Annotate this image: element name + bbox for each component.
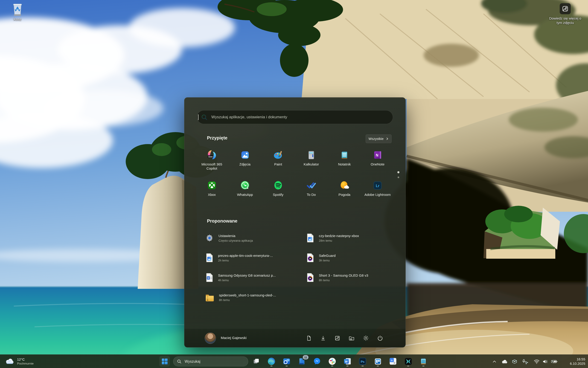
tray-mic-location-button[interactable] <box>521 357 530 366</box>
pinned-app-label: Xbox <box>208 193 216 197</box>
image-file-icon <box>306 233 315 243</box>
all-apps-label: Wszystkie <box>369 137 383 141</box>
recommended-title: Samsung Odyssey G8 scenariusz p... <box>218 273 276 277</box>
svg-text:W: W <box>345 360 348 363</box>
recycle-bin-shortcut[interactable]: Kosz <box>9 3 26 21</box>
pinned-app-weather[interactable]: Pogoda <box>328 179 361 209</box>
photos-icon <box>240 149 250 160</box>
all-apps-button[interactable]: Wszystkie <box>366 134 392 143</box>
pinned-app-onenote[interactable]: N OneNote <box>361 149 394 178</box>
documents-button[interactable] <box>304 333 314 343</box>
weather-sun-cloud-icon <box>339 179 350 191</box>
videos-folder-button[interactable] <box>346 333 357 343</box>
todo-icon <box>306 179 317 191</box>
recommended-item-file[interactable]: SafeGuard 3h temu <box>306 250 404 265</box>
taskbar-app-outlook[interactable] <box>281 356 292 367</box>
pinned-app-spotify[interactable]: Spotify <box>261 179 295 209</box>
svg-text:N: N <box>375 153 378 157</box>
power-button[interactable] <box>375 333 385 343</box>
recycle-bin-label: Kosz <box>9 17 26 21</box>
pinned-app-xbox[interactable]: Xbox <box>195 179 228 209</box>
onenote-icon: N <box>373 149 383 160</box>
tray-studio-effects-button[interactable] <box>510 357 519 366</box>
pinned-app-calculator[interactable]: Kalkulator <box>295 149 328 178</box>
pinned-app-label: Kalkulator <box>304 162 319 166</box>
recommended-subtitle: 3h temu <box>319 258 336 262</box>
pinned-app-copilot[interactable]: M365 Microsoft 365 Copilot <box>195 149 228 178</box>
user-name[interactable]: Maciej Gajewski <box>221 336 247 340</box>
recommended-item-file[interactable]: spidersweb_short-1-samsung-oled-... 8h t… <box>205 290 304 305</box>
pinned-app-label: Microsoft 365 Copilot <box>197 162 227 171</box>
chevron-up-icon <box>493 360 496 364</box>
taskbar-app-photoshop[interactable]: Ps <box>357 356 368 367</box>
taskbar-app-messenger[interactable] <box>312 356 322 367</box>
tray-time: 16:55 <box>570 357 585 361</box>
pinned-app-label: WhatsApp <box>237 193 253 197</box>
recommended-title: prezes-apple-tim-cook-emerytura-... <box>218 253 273 258</box>
settings-gear-icon <box>205 233 214 243</box>
downloads-button[interactable] <box>318 333 328 343</box>
pinned-page-dot[interactable] <box>398 176 399 178</box>
recommended-item-file[interactable]: czy-bedzie-nastepny-xbox 28m temu <box>306 230 404 245</box>
tray-battery-button[interactable] <box>550 357 559 366</box>
taskbar-app-phone-link[interactable]: 11 <box>297 356 307 367</box>
notification-badge: 11 <box>303 355 308 359</box>
pinned-app-todo[interactable]: To Do <box>295 179 328 209</box>
notepad-icon <box>339 149 349 160</box>
pinned-app-photos[interactable]: Zdjęcia <box>228 149 261 178</box>
user-avatar[interactable] <box>205 332 216 344</box>
taskbar-app-word[interactable]: W <box>342 356 353 367</box>
search-icon <box>177 359 181 364</box>
onedrive-cloud-icon <box>501 359 508 364</box>
recommended-item-file[interactable]: W Samsung Odyssey G8 scenariusz p... 4h … <box>205 270 304 285</box>
taskbar: 12°C Pochmurnie Wyszukaj <box>0 354 588 368</box>
svg-text:M365: M365 <box>208 156 212 158</box>
pinned-page-dot-active[interactable] <box>397 171 400 173</box>
spotlight-learn-more[interactable]: Dowiedz się więcej o tym zdjęciu <box>543 3 587 25</box>
pinned-app-lightroom[interactable]: Lr Adobe Lightroom <box>361 179 394 209</box>
recommended-subtitle: Często używana aplikacja <box>218 239 253 243</box>
taskbar-app-edge[interactable] <box>266 356 277 367</box>
running-indicator <box>331 366 333 366</box>
weather-widget[interactable]: 12°C Pochmurnie <box>5 356 58 367</box>
taskbar-app-notepad[interactable] <box>418 356 429 367</box>
recommended-subtitle: 2h temu <box>218 258 273 262</box>
running-indicator <box>346 366 349 366</box>
tray-wifi-button[interactable] <box>532 357 541 366</box>
tray-onedrive-button[interactable] <box>500 357 509 366</box>
start-button[interactable] <box>159 356 170 367</box>
recommended-item-file[interactable]: prezes-apple-tim-cook-emerytura-... 2h t… <box>205 250 304 265</box>
recommended-item-file[interactable]: Short 3 - Samsung OLED G8 v3 8h temu <box>306 270 404 285</box>
recommended-section-title: Proponowane <box>207 218 237 224</box>
image-file-icon <box>205 253 214 263</box>
start-search-input[interactable] <box>197 110 393 124</box>
outlook-icon <box>282 357 291 366</box>
recommended-subtitle: 8h temu <box>319 278 368 282</box>
pinned-app-whatsapp[interactable]: WhatsApp <box>228 179 261 209</box>
task-view-icon <box>253 358 260 365</box>
spotify-icon <box>273 179 283 191</box>
taskbar-app-slack[interactable] <box>327 356 337 367</box>
tray-clock[interactable]: 16:55 6.10.2025 <box>570 357 585 366</box>
pictures-button[interactable] <box>332 333 342 343</box>
start-menu: Przypięte Wszystkie M365 <box>184 97 406 348</box>
zip-folder-icon <box>205 293 215 302</box>
task-view-button[interactable] <box>251 356 261 367</box>
tray-volume-button[interactable] <box>541 357 550 366</box>
pinned-app-label: Adobe Lightroom <box>364 193 391 197</box>
taskbar-app-google-translate[interactable]: G 文 <box>388 356 398 367</box>
recommended-item-settings[interactable]: Ustawienia Często używana aplikacja <box>205 230 304 245</box>
svg-text:W: W <box>207 277 209 279</box>
pinned-app-label: Pogoda <box>338 193 350 197</box>
running-indicator <box>362 366 364 366</box>
recommended-subtitle: 28m temu <box>319 239 359 243</box>
svg-text:G: G <box>391 359 393 362</box>
pinned-app-notepad[interactable]: Notatnik <box>328 149 361 178</box>
taskbar-app-trello[interactable] <box>373 356 383 367</box>
taskbar-search[interactable]: Wyszukaj <box>173 357 248 366</box>
tray-date: 6.10.2025 <box>570 361 585 366</box>
settings-button[interactable] <box>361 333 371 343</box>
pinned-app-paint[interactable]: Paint <box>261 149 295 178</box>
tray-hidden-icons-button[interactable] <box>490 357 499 366</box>
taskbar-app-starburst[interactable] <box>403 356 413 367</box>
